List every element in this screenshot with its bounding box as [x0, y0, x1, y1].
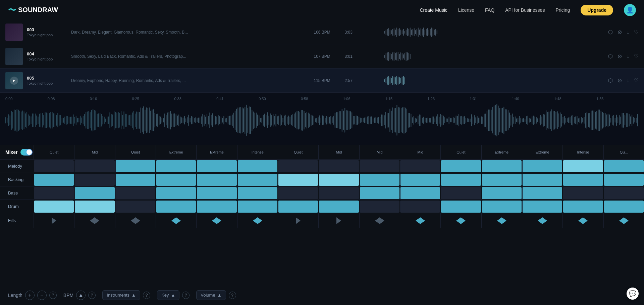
mixer-cell[interactable]	[604, 201, 644, 213]
mixer-cell[interactable]	[156, 187, 196, 199]
mixer-cell[interactable]	[237, 174, 277, 186]
mixer-cell[interactable]	[522, 187, 562, 199]
mixer-cell[interactable]	[563, 160, 603, 172]
mixer-cell[interactable]	[278, 201, 318, 213]
mixer-cell[interactable]	[115, 201, 155, 213]
mixer-cell[interactable]	[482, 174, 522, 186]
logo[interactable]: 〜 SOUNDRAW	[8, 5, 58, 15]
chat-bubble[interactable]: 💬	[627, 288, 639, 300]
key-dropdown[interactable]: Key ▲	[157, 290, 179, 300]
mixer-cell[interactable]	[156, 160, 196, 172]
mixer-cell[interactable]	[74, 160, 114, 172]
block-icon[interactable]: ⊘	[618, 29, 622, 35]
mixer-cell[interactable]	[197, 160, 236, 172]
mixer-cell[interactable]	[400, 174, 440, 186]
fill-cell[interactable]	[115, 213, 156, 228]
fill-cell[interactable]	[522, 213, 562, 228]
mixer-cell[interactable]	[34, 160, 74, 172]
mixer-cell[interactable]	[319, 160, 359, 172]
mixer-cell[interactable]	[441, 160, 481, 172]
nav-pricing[interactable]: Pricing	[555, 7, 570, 13]
mixer-cell[interactable]	[604, 187, 644, 199]
fill-cell[interactable]	[359, 213, 400, 228]
download-icon[interactable]: ↓	[627, 29, 629, 35]
bpm-up-button[interactable]: ▲	[76, 291, 86, 300]
mixer-cell[interactable]	[563, 187, 603, 199]
avatar[interactable]: 👤	[624, 4, 636, 16]
share-icon[interactable]: ⬡	[608, 29, 613, 35]
mixer-cell[interactable]	[482, 160, 522, 172]
bpm-help-button[interactable]: ?	[88, 292, 96, 299]
fill-cell[interactable]	[156, 213, 196, 228]
mixer-cell[interactable]	[360, 201, 399, 213]
key-help-button[interactable]: ?	[182, 292, 190, 299]
mixer-cell[interactable]	[563, 174, 603, 186]
mixer-cell[interactable]	[156, 201, 196, 213]
mixer-cell[interactable]	[400, 201, 440, 213]
mixer-cell[interactable]	[34, 201, 74, 213]
download-icon[interactable]: ↓	[627, 53, 629, 59]
mixer-toggle[interactable]	[20, 149, 33, 156]
mixer-cell[interactable]	[563, 201, 603, 213]
mixer-cell[interactable]	[34, 174, 74, 186]
length-add-button[interactable]: +	[25, 291, 35, 300]
mixer-cell[interactable]	[115, 160, 155, 172]
mixer-cell[interactable]	[441, 187, 481, 199]
mixer-cell[interactable]	[278, 174, 318, 186]
fill-cell[interactable]	[400, 213, 440, 228]
fill-cell[interactable]	[34, 213, 74, 228]
nav-license[interactable]: License	[458, 7, 474, 13]
volume-dropdown[interactable]: Volume ▲	[196, 290, 226, 300]
mixer-cell[interactable]	[482, 201, 522, 213]
download-icon[interactable]: ↓	[627, 78, 629, 84]
mixer-cell[interactable]	[197, 187, 236, 199]
favorite-icon[interactable]: ♡	[634, 77, 639, 84]
fill-cell[interactable]	[278, 213, 318, 228]
mixer-cell[interactable]	[237, 187, 277, 199]
nav-api[interactable]: API for Businesses	[505, 7, 545, 13]
mixer-cell[interactable]	[604, 160, 644, 172]
track-row-active[interactable]: ▶ 005 Tokyo night pop Dreamy, Euphoric, …	[0, 69, 644, 93]
share-icon[interactable]: ⬡	[608, 77, 613, 84]
mixer-cell[interactable]	[237, 201, 277, 213]
mixer-cell[interactable]	[197, 174, 236, 186]
play-icon[interactable]: ▶	[10, 77, 18, 85]
mixer-cell[interactable]	[400, 187, 440, 199]
mixer-cell[interactable]	[400, 160, 440, 172]
mixer-cell[interactable]	[482, 187, 522, 199]
mixer-cell[interactable]	[441, 174, 481, 186]
nav-faq[interactable]: FAQ	[485, 7, 494, 13]
length-minus-button[interactable]: −	[37, 291, 47, 300]
mixer-cell[interactable]	[319, 174, 359, 186]
mixer-cell[interactable]	[522, 160, 562, 172]
track-row[interactable]: 003 Tokyo night pop Dark, Dreamy, Elegan…	[0, 20, 644, 44]
mixer-cell[interactable]	[115, 187, 155, 199]
mixer-cell[interactable]	[441, 201, 481, 213]
track-row[interactable]: 004 Tokyo night pop Smooth, Sexy, Laid B…	[0, 44, 644, 69]
fill-cell[interactable]	[481, 213, 522, 228]
instruments-help-button[interactable]: ?	[143, 292, 150, 299]
upgrade-button[interactable]: Upgrade	[581, 5, 613, 15]
fill-cell[interactable]	[318, 213, 359, 228]
mixer-cell[interactable]	[360, 174, 399, 186]
mixer-cell[interactable]	[74, 187, 114, 199]
mixer-cell[interactable]	[360, 160, 399, 172]
fill-cell[interactable]	[562, 213, 603, 228]
block-icon[interactable]: ⊘	[618, 53, 622, 59]
waveform-canvas[interactable]	[5, 103, 639, 138]
mixer-cell[interactable]	[278, 187, 318, 199]
share-icon[interactable]: ⬡	[608, 53, 613, 59]
mixer-cell[interactable]	[74, 174, 114, 186]
mixer-cell[interactable]	[604, 174, 644, 186]
instruments-dropdown[interactable]: Instruments ▲	[102, 290, 140, 300]
volume-help-button[interactable]: ?	[229, 292, 236, 299]
block-icon[interactable]: ⊘	[618, 77, 622, 84]
mixer-cell[interactable]	[74, 201, 114, 213]
mixer-cell[interactable]	[522, 201, 562, 213]
favorite-icon[interactable]: ♡	[634, 53, 639, 59]
mixer-cell[interactable]	[34, 187, 74, 199]
fill-cell[interactable]	[440, 213, 481, 228]
mixer-cell[interactable]	[319, 187, 359, 199]
fill-cell[interactable]	[74, 213, 115, 228]
mixer-cell[interactable]	[237, 160, 277, 172]
